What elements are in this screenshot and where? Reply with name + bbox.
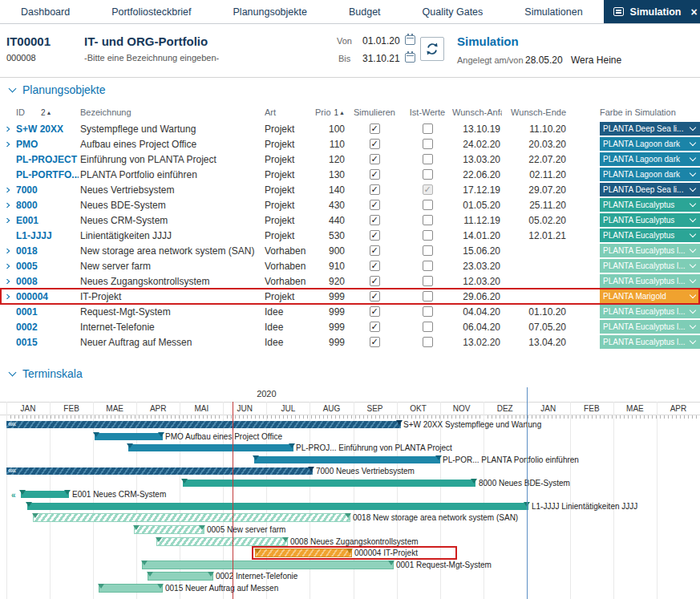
ist-werte-checkbox[interactable] xyxy=(423,245,433,256)
ist-werte-checkbox[interactable] xyxy=(423,230,433,241)
color-dropdown[interactable]: PLANTA Eucalyptus l... xyxy=(600,274,700,288)
gantt-bar[interactable] xyxy=(128,444,293,451)
simulieren-checkbox[interactable]: ✓ xyxy=(370,123,380,134)
table-row[interactable]: 0018New storage area network system (SAN… xyxy=(0,243,700,258)
ist-werte-checkbox[interactable] xyxy=(423,154,433,164)
color-dropdown[interactable]: PLANTA Marigold xyxy=(600,289,700,303)
simulieren-checkbox[interactable]: ✓ xyxy=(370,169,380,180)
ist-werte-checkbox[interactable] xyxy=(423,139,433,149)
gantt-bar[interactable] xyxy=(183,480,475,487)
row-id[interactable]: 0008 xyxy=(13,276,79,287)
color-dropdown[interactable]: PLANTA Deep Sea li... xyxy=(600,183,700,196)
table-row[interactable]: PL-PROJECTEinführung von PLANTA ProjectP… xyxy=(0,152,700,167)
table-row[interactable]: 000004IT-ProjektProjekt999✓29.06.20PLANT… xyxy=(0,289,700,304)
expand-icon[interactable] xyxy=(3,249,10,253)
simulieren-checkbox[interactable]: ✓ xyxy=(370,215,380,225)
gantt-bar[interactable] xyxy=(254,456,440,463)
row-id[interactable]: PL-PORTFO... xyxy=(13,169,79,180)
nav-tab-quality-gates[interactable]: Quality Gates xyxy=(402,0,504,23)
row-id[interactable]: PMO xyxy=(13,139,79,150)
von-date-field[interactable]: 01.01.20 xyxy=(362,35,400,47)
simulieren-checkbox[interactable]: ✓ xyxy=(370,139,380,149)
row-id[interactable]: S+W 20XX xyxy=(13,123,79,135)
nav-tab-simulationen[interactable]: Simulationen xyxy=(504,0,603,23)
gantt-bar[interactable] xyxy=(95,433,163,440)
simulieren-checkbox[interactable]: ✓ xyxy=(370,337,380,347)
row-id[interactable]: 0005 xyxy=(13,261,79,272)
color-dropdown[interactable]: PLANTA Eucalyptus xyxy=(600,229,700,242)
color-dropdown[interactable]: PLANTA Eucalyptus l... xyxy=(600,244,700,257)
color-dropdown[interactable]: PLANTA Lagoon dark xyxy=(600,168,700,181)
calendar-icon[interactable] xyxy=(405,53,415,63)
collapse-icon[interactable] xyxy=(9,368,17,376)
section-planungsobjekte[interactable]: Planungsobjekte xyxy=(10,83,106,96)
simulieren-checkbox[interactable]: ✓ xyxy=(370,154,380,164)
simulieren-checkbox[interactable]: ✓ xyxy=(370,291,380,302)
row-id[interactable]: 0015 xyxy=(13,337,79,348)
ist-werte-checkbox[interactable] xyxy=(423,200,433,210)
expand-icon[interactable] xyxy=(3,218,10,223)
expand-icon[interactable] xyxy=(3,279,10,284)
table-row[interactable]: 0001Request-Mgt-SystemIdee999✓04.04.2001… xyxy=(0,304,700,319)
simulieren-checkbox[interactable]: ✓ xyxy=(370,184,380,195)
table-row[interactable]: L1-JJJJLinientätigkeiten JJJJProjekt530✓… xyxy=(0,228,700,243)
col-header-wunsch-ende[interactable]: Wunsch-Ende xyxy=(502,107,568,117)
table-row[interactable]: 0002Internet-TelefonieIdee999✓06.04.2007… xyxy=(0,319,700,334)
gantt-bar[interactable]: «« xyxy=(6,421,401,428)
simulieren-checkbox[interactable]: ✓ xyxy=(370,306,380,317)
row-id[interactable]: 0001 xyxy=(13,306,79,318)
row-id[interactable]: 000004 xyxy=(13,291,79,302)
col-header-ist-werte[interactable]: Ist-Werte xyxy=(403,107,452,117)
simulieren-checkbox[interactable]: ✓ xyxy=(370,245,380,256)
expand-icon[interactable] xyxy=(3,127,10,132)
table-row[interactable]: 0005New server farmVorhaben910✓23.03.20P… xyxy=(0,258,700,273)
color-dropdown[interactable]: PLANTA Eucalyptus xyxy=(600,213,700,227)
color-dropdown[interactable]: PLANTA Eucalyptus l... xyxy=(600,335,700,349)
gantt-bar[interactable] xyxy=(21,491,69,498)
row-id[interactable]: 8000 xyxy=(13,200,79,211)
simulieren-checkbox[interactable]: ✓ xyxy=(370,200,380,210)
table-row[interactable]: PL-PORTFO...PLANTA Portfolio einführenPr… xyxy=(0,167,700,182)
table-row[interactable]: 7000Neues VertriebsystemProjekt140✓✓17.1… xyxy=(0,182,700,197)
nav-tab-portfoliosteckbrief[interactable]: Portfoliosteckbrief xyxy=(91,0,212,23)
col-header-farbe[interactable]: Farbe in Simulation xyxy=(600,107,700,117)
portfolio-subtitle[interactable]: -Bitte eine Bezeichnung eingeben- xyxy=(84,53,219,63)
collapse-icon[interactable] xyxy=(9,84,17,92)
refresh-button[interactable] xyxy=(420,37,444,61)
row-id[interactable]: 0018 xyxy=(13,245,79,257)
ist-werte-checkbox[interactable] xyxy=(423,322,433,332)
nav-tab-dashboard[interactable]: Dashboard xyxy=(0,0,91,23)
gantt-bar[interactable] xyxy=(99,585,162,592)
ist-werte-checkbox[interactable]: ✓ xyxy=(423,184,433,195)
color-dropdown[interactable]: PLANTA Lagoon dark xyxy=(600,137,700,151)
col-header-art[interactable]: Art xyxy=(265,107,311,117)
row-id[interactable]: PL-PROJECT xyxy=(13,154,79,165)
color-dropdown[interactable]: PLANTA Lagoon dark xyxy=(600,152,700,166)
ist-werte-checkbox[interactable] xyxy=(423,169,433,180)
row-id[interactable]: 0002 xyxy=(13,322,79,333)
color-dropdown[interactable]: PLANTA Eucalyptus l... xyxy=(600,259,700,273)
ist-werte-checkbox[interactable] xyxy=(423,306,433,317)
col-header-id[interactable]: ID 2▲ xyxy=(13,107,79,117)
table-row[interactable]: 0008Neues ZugangskontrollsystemVorhaben9… xyxy=(0,273,700,289)
ist-werte-checkbox[interactable] xyxy=(423,337,433,347)
table-row[interactable]: S+W 20XXSystempflege und WartungProjekt1… xyxy=(0,121,700,136)
nav-tab-planungsobjekte[interactable]: Planungsobjekte xyxy=(212,0,328,23)
gantt-bar[interactable]: «« xyxy=(6,467,313,475)
table-row[interactable]: 8000Neues BDE-SystemProjekt430✓01.05.202… xyxy=(0,197,700,212)
table-row[interactable]: E001Neues CRM-SystemProjekt440✓11.12.190… xyxy=(0,212,700,228)
bis-date-field[interactable]: 31.10.21 xyxy=(362,53,400,64)
ist-werte-checkbox[interactable] xyxy=(423,123,433,134)
section-terminskala[interactable]: Terminskala xyxy=(10,367,83,380)
col-header-bezeichnung[interactable]: Bezeichnung xyxy=(79,107,265,117)
close-tab-icon[interactable]: × xyxy=(690,6,697,18)
simulieren-checkbox[interactable]: ✓ xyxy=(370,322,380,332)
ist-werte-checkbox[interactable] xyxy=(423,215,433,225)
expand-icon[interactable] xyxy=(3,188,10,192)
gantt-bar[interactable] xyxy=(148,573,212,580)
col-header-simulieren[interactable]: Simulieren xyxy=(346,107,403,117)
gantt-bar[interactable] xyxy=(27,503,528,510)
gantt-bar[interactable] xyxy=(157,538,287,545)
row-id[interactable]: L1-JJJJ xyxy=(13,230,79,241)
simulieren-checkbox[interactable]: ✓ xyxy=(370,261,380,271)
